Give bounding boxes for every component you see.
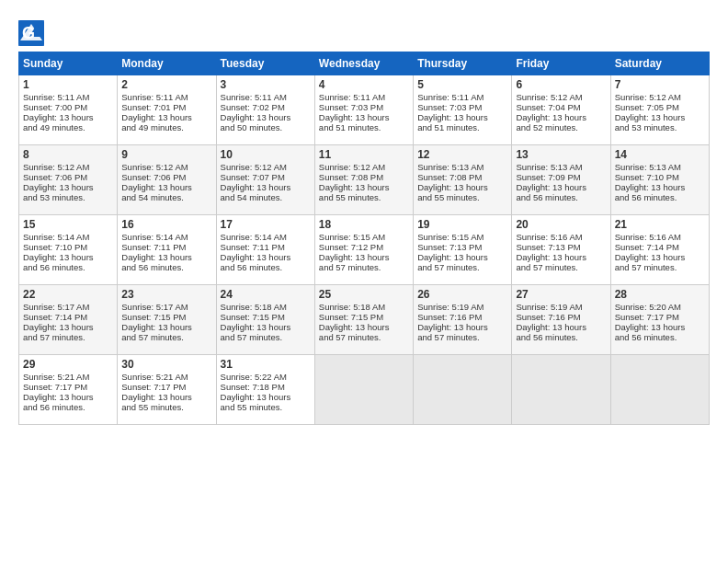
daylight-label: Daylight: 13 hours (615, 112, 686, 122)
daylight-minutes: and 55 minutes. (417, 192, 480, 202)
day-number: 30 (121, 358, 211, 371)
daylight-label: Daylight: 13 hours (121, 252, 192, 262)
calendar-week-row: 22Sunrise: 5:17 AMSunset: 7:14 PMDayligh… (19, 285, 710, 355)
daylight-minutes: and 53 minutes. (615, 122, 677, 132)
calendar-cell (414, 355, 512, 425)
sunset-label: Sunset: 7:07 PM (221, 172, 285, 182)
header-friday: Friday (512, 52, 610, 75)
sunset-label: Sunset: 7:03 PM (319, 102, 383, 112)
daylight-minutes: and 57 minutes. (319, 332, 381, 342)
sunrise-label: Sunrise: 5:12 AM (319, 162, 385, 172)
daylight-minutes: and 56 minutes. (121, 262, 184, 272)
day-number: 16 (121, 218, 211, 231)
sunrise-label: Sunrise: 5:12 AM (23, 162, 89, 172)
weekday-header-row: Sunday Monday Tuesday Wednesday Thursday… (19, 52, 710, 75)
sunset-label: Sunset: 7:08 PM (417, 172, 482, 182)
daylight-minutes: and 55 minutes. (319, 192, 381, 202)
daylight-minutes: and 54 minutes. (221, 192, 283, 202)
sunrise-label: Sunrise: 5:14 AM (23, 232, 89, 242)
calendar-cell: 19Sunrise: 5:15 AMSunset: 7:13 PMDayligh… (414, 215, 512, 285)
sunset-label: Sunset: 7:10 PM (23, 242, 87, 252)
daylight-label: Daylight: 13 hours (121, 112, 192, 122)
daylight-label: Daylight: 13 hours (319, 182, 390, 192)
sunset-label: Sunset: 7:16 PM (417, 312, 482, 322)
daylight-minutes: and 53 minutes. (23, 192, 85, 202)
calendar-cell: 27Sunrise: 5:19 AMSunset: 7:16 PMDayligh… (512, 285, 610, 355)
daylight-label: Daylight: 13 hours (516, 112, 586, 122)
daylight-minutes: and 57 minutes. (221, 332, 283, 342)
sunrise-label: Sunrise: 5:20 AM (615, 302, 681, 312)
daylight-label: Daylight: 13 hours (319, 252, 390, 262)
calendar-cell: 2Sunrise: 5:11 AMSunset: 7:01 PMDaylight… (118, 75, 216, 145)
day-number: 21 (615, 218, 705, 231)
header-monday: Monday (118, 52, 216, 75)
calendar-week-row: 15Sunrise: 5:14 AMSunset: 7:10 PMDayligh… (19, 215, 710, 285)
day-number: 19 (417, 218, 507, 231)
calendar-cell: 18Sunrise: 5:15 AMSunset: 7:12 PMDayligh… (314, 215, 413, 285)
sunset-label: Sunset: 7:08 PM (319, 172, 383, 182)
day-number: 3 (221, 78, 311, 91)
day-number: 22 (23, 288, 113, 301)
sunrise-label: Sunrise: 5:12 AM (516, 92, 582, 102)
logo-icon: G (18, 20, 44, 46)
day-number: 13 (516, 148, 606, 161)
daylight-minutes: and 55 minutes. (121, 402, 184, 412)
daylight-minutes: and 57 minutes. (417, 332, 480, 342)
day-number: 28 (615, 288, 705, 301)
sunset-label: Sunset: 7:15 PM (319, 312, 383, 322)
sunrise-label: Sunrise: 5:11 AM (319, 92, 385, 102)
sunrise-label: Sunrise: 5:18 AM (319, 302, 385, 312)
daylight-minutes: and 56 minutes. (516, 332, 578, 342)
calendar-cell: 15Sunrise: 5:14 AMSunset: 7:10 PMDayligh… (19, 215, 118, 285)
sunset-label: Sunset: 7:05 PM (615, 102, 679, 112)
header-thursday: Thursday (414, 52, 512, 75)
daylight-minutes: and 57 minutes. (23, 332, 85, 342)
sunset-label: Sunset: 7:14 PM (615, 242, 679, 252)
day-number: 6 (516, 78, 606, 91)
calendar-cell: 21Sunrise: 5:16 AMSunset: 7:14 PMDayligh… (610, 215, 709, 285)
calendar-cell (610, 355, 709, 425)
calendar-cell: 4Sunrise: 5:11 AMSunset: 7:03 PMDaylight… (314, 75, 413, 145)
day-number: 15 (23, 218, 113, 231)
daylight-minutes: and 56 minutes. (516, 192, 578, 202)
daylight-minutes: and 57 minutes. (516, 262, 578, 272)
day-number: 9 (121, 148, 211, 161)
calendar-cell (512, 355, 610, 425)
sunset-label: Sunset: 7:15 PM (221, 312, 285, 322)
sunset-label: Sunset: 7:13 PM (516, 242, 580, 252)
sunrise-label: Sunrise: 5:15 AM (417, 232, 483, 242)
calendar-cell: 10Sunrise: 5:12 AMSunset: 7:07 PMDayligh… (216, 145, 314, 215)
day-number: 2 (121, 78, 211, 91)
sunrise-label: Sunrise: 5:14 AM (221, 232, 287, 242)
svg-text:G: G (22, 24, 35, 42)
day-number: 24 (221, 288, 311, 301)
calendar-cell: 5Sunrise: 5:11 AMSunset: 7:03 PMDaylight… (414, 75, 512, 145)
day-number: 18 (319, 218, 409, 231)
daylight-minutes: and 57 minutes. (319, 262, 381, 272)
calendar-cell: 29Sunrise: 5:21 AMSunset: 7:17 PMDayligh… (19, 355, 118, 425)
daylight-label: Daylight: 13 hours (417, 322, 488, 332)
calendar-cell: 17Sunrise: 5:14 AMSunset: 7:11 PMDayligh… (216, 215, 314, 285)
daylight-minutes: and 49 minutes. (121, 122, 184, 132)
day-number: 23 (121, 288, 211, 301)
day-number: 14 (615, 148, 705, 161)
calendar-cell: 6Sunrise: 5:12 AMSunset: 7:04 PMDaylight… (512, 75, 610, 145)
daylight-minutes: and 56 minutes. (23, 402, 85, 412)
daylight-minutes: and 57 minutes. (417, 262, 480, 272)
calendar-cell: 22Sunrise: 5:17 AMSunset: 7:14 PMDayligh… (19, 285, 118, 355)
daylight-label: Daylight: 13 hours (23, 392, 94, 402)
sunset-label: Sunset: 7:06 PM (121, 172, 186, 182)
sunrise-label: Sunrise: 5:19 AM (516, 302, 582, 312)
calendar-cell: 1Sunrise: 5:11 AMSunset: 7:00 PMDaylight… (19, 75, 118, 145)
daylight-label: Daylight: 13 hours (516, 182, 586, 192)
sunrise-label: Sunrise: 5:13 AM (417, 162, 483, 172)
daylight-minutes: and 56 minutes. (615, 192, 677, 202)
daylight-minutes: and 51 minutes. (319, 122, 381, 132)
calendar-cell: 13Sunrise: 5:13 AMSunset: 7:09 PMDayligh… (512, 145, 610, 215)
daylight-label: Daylight: 13 hours (23, 322, 94, 332)
sunset-label: Sunset: 7:06 PM (23, 172, 87, 182)
daylight-label: Daylight: 13 hours (221, 322, 291, 332)
daylight-label: Daylight: 13 hours (615, 252, 686, 262)
day-number: 1 (23, 78, 113, 91)
calendar-table: Sunday Monday Tuesday Wednesday Thursday… (18, 52, 710, 425)
